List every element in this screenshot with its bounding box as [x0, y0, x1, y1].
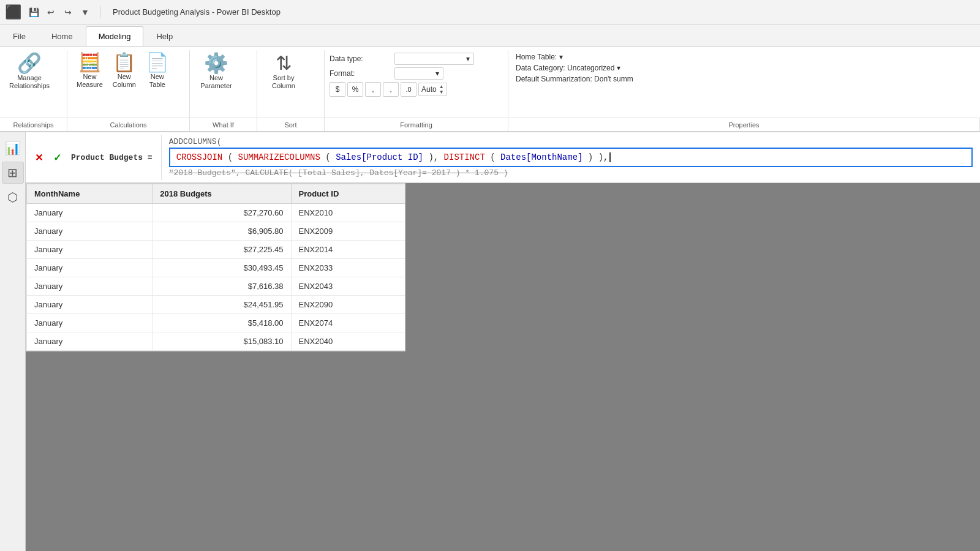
auto-value: Auto: [421, 85, 437, 94]
new-parameter-label: NewParameter: [200, 74, 232, 90]
crossjoin-keyword: CROSSJOIN: [176, 152, 223, 162]
new-measure-icon: 🧮: [78, 53, 101, 72]
cell-budget-0: $27,270.60: [153, 204, 291, 222]
table-body: January $27,270.60 ENX2010 January $6,90…: [27, 204, 406, 351]
cell-budget-6: $5,418.00: [153, 314, 291, 332]
cell-budget-5: $24,451.95: [153, 296, 291, 314]
auto-spinner[interactable]: Auto ▲ ▼: [418, 83, 447, 96]
new-table-button[interactable]: 📄 NewTable: [141, 50, 173, 92]
home-table-label: Home Table:: [516, 53, 557, 61]
cell-month-5: January: [27, 296, 153, 314]
cell-product-6: ENX2074: [291, 314, 405, 332]
format-label: Format:: [330, 69, 391, 78]
redo-button[interactable]: ↪: [61, 5, 75, 20]
save-button[interactable]: 💾: [26, 5, 41, 20]
tab-file[interactable]: File: [0, 26, 39, 46]
cell-month-4: January: [27, 277, 153, 296]
cell-budget-4: $7,616.38: [153, 277, 291, 296]
ribbon-group-whatif: ⚙️ NewParameter: [190, 50, 257, 118]
table-row: January $24,451.95 ENX2090: [27, 296, 406, 314]
cell-month-7: January: [27, 332, 153, 351]
formula-highlight-box: CROSSJOIN ( SUMMARIZECOLUMNS ( Sales[Pro…: [169, 148, 973, 167]
distinct-keyword: DISTINCT: [444, 152, 485, 162]
data-type-row: Data type: ▾: [330, 53, 474, 65]
formula-bar: ✕ ✓ Product Budgets = ADDCOLUMNS( CROSSJ…: [26, 132, 980, 183]
cell-product-2: ENX2014: [291, 241, 405, 259]
group-label-sort: Sort: [257, 118, 325, 131]
data-area: MonthName 2018 Budgets Product ID Januar…: [26, 183, 980, 551]
window-title: Product Budgeting Analysis - Power BI De…: [113, 7, 281, 17]
formula-editor[interactable]: ADDCOLUMNS( CROSSJOIN ( SUMMARIZECOLUMNS…: [162, 135, 980, 180]
new-column-button[interactable]: 📋 NewColumn: [108, 50, 140, 92]
sidebar-icon-bar-chart[interactable]: 📊: [2, 137, 24, 159]
ribbon-labels-row: Relationships Calculations What If Sort …: [0, 118, 980, 131]
ribbon-group-calculations: 🧮 NewMeasure 📋 NewColumn 📄 NewTable: [67, 50, 190, 118]
cell-product-4: ENX2043: [291, 277, 405, 296]
sort-by-column-button[interactable]: ⇅ Sort byColumn: [262, 50, 305, 93]
new-parameter-icon: ⚙️: [204, 53, 228, 73]
table-header: MonthName 2018 Budgets Product ID: [27, 184, 406, 204]
table-row: January $27,225.45 ENX2014: [27, 241, 406, 259]
formula-line3-text: "2018 Budgets", CALCULATE( [Total Sales]…: [169, 168, 508, 178]
spinner-arrows[interactable]: ▲ ▼: [439, 84, 444, 95]
decimal-format-button[interactable]: ,: [383, 82, 399, 97]
ribbon-group-formatting: Data type: ▾ Format: ▾ $ % ,: [325, 50, 508, 118]
group-label-whatif: What If: [190, 118, 257, 131]
table-row: January $27,270.60 ENX2010: [27, 204, 406, 222]
tab-home[interactable]: Home: [39, 26, 86, 46]
cell-month-3: January: [27, 259, 153, 277]
new-parameter-button[interactable]: ⚙️ NewParameter: [195, 50, 238, 93]
sidebar: 📊 ⊞ ⬡: [0, 132, 26, 551]
cursor-indicator: [609, 152, 611, 162]
decimal-increase-button[interactable]: .0: [401, 82, 417, 97]
quick-access-dropdown[interactable]: ▼: [78, 5, 92, 20]
sort-by-column-label: Sort byColumn: [272, 74, 295, 90]
formula-cancel-button[interactable]: ✕: [31, 149, 47, 165]
tab-help[interactable]: Help: [143, 26, 186, 46]
addcolumns-text: ADDCOLUMNS(: [169, 137, 222, 146]
ribbon-group-properties: Home Table: ▾ Data Category: Uncategoriz…: [508, 50, 980, 118]
dollar-format-button[interactable]: $: [330, 82, 345, 97]
content-area: ✕ ✓ Product Budgets = ADDCOLUMNS( CROSSJ…: [26, 132, 980, 551]
table-row: January $6,905.80 ENX2009: [27, 222, 406, 241]
cell-product-1: ENX2009: [291, 222, 405, 241]
format-row: Format: ▾: [330, 67, 443, 80]
comma-format-button[interactable]: ,: [365, 82, 381, 97]
undo-button[interactable]: ↩: [43, 5, 58, 20]
new-table-label: NewTable: [149, 73, 165, 89]
ribbon-group-sort: ⇅ Sort byColumn: [257, 50, 325, 118]
formula-confirm-button[interactable]: ✓: [49, 149, 65, 165]
group-label-formatting: Formatting: [325, 118, 508, 131]
data-category-row: Data Category: Uncategorized ▾: [516, 64, 973, 72]
percent-format-button[interactable]: %: [347, 82, 363, 97]
cell-product-3: ENX2033: [291, 259, 405, 277]
title-bar: ⬛ 💾 ↩ ↪ ▼ Product Budgeting Analysis - P…: [0, 0, 980, 24]
sidebar-icon-model[interactable]: ⬡: [2, 186, 24, 208]
default-summarization-label: Default Summarization: Don't summ: [516, 75, 633, 83]
home-table-dropdown[interactable]: ▾: [559, 53, 563, 61]
cell-month-0: January: [27, 204, 153, 222]
group-label-calculations: Calculations: [67, 118, 190, 131]
ribbon-group-relationships: 🔗 Manage Relationships: [0, 50, 67, 118]
manage-relationships-button[interactable]: 🔗 Manage Relationships: [5, 50, 54, 93]
dates-field: Dates[MonthName]: [500, 152, 582, 162]
format-dropdown[interactable]: ▾: [394, 67, 443, 80]
cell-product-0: ENX2010: [291, 204, 405, 222]
formula-name-text: Product Budgets: [71, 153, 143, 162]
formula-table-name: Product Budgets =: [67, 153, 156, 162]
app-logo-icon: ⬛: [5, 4, 21, 20]
cell-budget-1: $6,905.80: [153, 222, 291, 241]
data-table: MonthName 2018 Budgets Product ID Januar…: [26, 184, 405, 351]
cell-budget-3: $30,493.45: [153, 259, 291, 277]
group-label-relationships: Relationships: [0, 118, 67, 131]
new-measure-button[interactable]: 🧮 NewMeasure: [72, 50, 107, 92]
main-area: 📊 ⊞ ⬡ ✕ ✓ Product Budgets = ADDCOLUMNS( …: [0, 132, 980, 551]
tab-modeling[interactable]: Modeling: [86, 26, 144, 46]
data-category-arrow-icon: ▾: [617, 64, 620, 72]
cell-budget-2: $27,225.45: [153, 241, 291, 259]
data-category-dropdown[interactable]: ▾: [617, 64, 620, 72]
format-buttons-row: $ % , , .0 Auto ▲ ▼: [330, 82, 447, 97]
cell-budget-7: $15,083.10: [153, 332, 291, 351]
data-type-dropdown[interactable]: ▾: [394, 53, 474, 65]
sidebar-icon-table[interactable]: ⊞: [2, 162, 24, 184]
